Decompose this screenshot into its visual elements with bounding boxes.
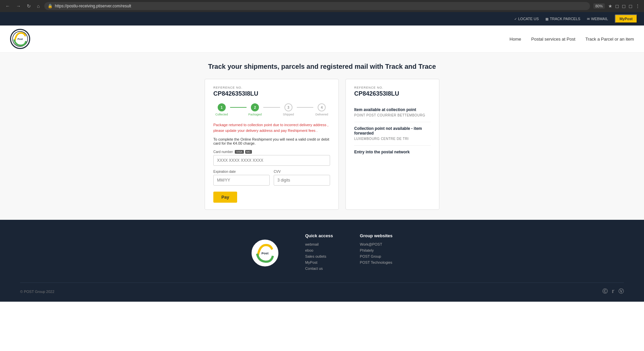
tracking-form-card: REFERENCE NO. CP8426353I8LU 1 Collected … [205,79,339,210]
history-status-1: Collection point not available - item fo… [354,126,431,136]
mypost-button[interactable]: MyPost [615,14,637,23]
logo-area: Post [10,29,30,49]
main-header: Post Home Postal services at Post Track … [0,26,644,53]
locate-us-label: LOCATE US [518,17,539,21]
nav-home[interactable]: Home [509,37,521,42]
top-nav: ✓ LOCATE US ▦ TRACK PARCELS ✉ WEBMAIL My… [0,12,644,26]
history-sub-0: Point POST Courrier BETTEMBOURG [354,113,431,117]
step-circle-4: 4 [318,103,326,111]
history-status-2: Entry into the postal network [354,150,431,154]
footer-link-contact[interactable]: Contact us [305,266,333,270]
footer-link-post-tech[interactable]: POST Technologies [360,260,393,264]
extension-icon-3[interactable]: ◻ [629,3,633,9]
browser-actions: ★ ◻ ◻ ◻ ⋮ [608,3,640,9]
twitter-icon[interactable]: 𝕣 [612,288,614,295]
footer-link-philately[interactable]: Philately [360,248,393,252]
footer-group-websites: Group websites Work@POST Philately POST … [360,233,393,272]
reload-button[interactable]: ↻ [25,2,32,10]
footer-link-webmail[interactable]: webmail [305,242,333,246]
copyright: © POST Group 2022 [20,290,54,294]
footer-bottom: © POST Group 2022 Ⓒ 𝕣 Ⓥ [20,283,624,295]
step-circle-2: 2 [251,103,259,111]
facebook-icon[interactable]: Ⓒ [602,288,608,295]
webmail-label: WEBMAIL [591,17,608,21]
step-label-4: Delivered [315,113,328,116]
left-ref-number: CP8426353I8LU [213,90,330,97]
step-shipped: 3 Shipped [280,103,297,116]
progress-steps: 1 Collected 2 Packaged 3 Shipped 4 Deliv… [213,103,330,116]
step-delivered: 4 Delivered [313,103,330,116]
connector-1 [230,107,247,108]
extension-icon-2[interactable]: ◻ [622,3,626,9]
card-number-input[interactable] [213,155,330,166]
left-ref-label: REFERENCE NO. [213,86,330,89]
home-button[interactable]: ⌂ [36,2,41,10]
zoom-level: 80% [593,3,605,9]
footer-link-mypost[interactable]: MyPost [305,260,333,264]
history-sub-1: LUXEMBOURG CENTRE DE TRI [354,137,431,141]
footer-logo-svg: Post [254,242,276,264]
footer-logo: Post [252,240,278,266]
page-content: Track your shipments, parcels and regist… [0,53,644,220]
page-title: Track your shipments, parcels and regist… [20,63,624,70]
instagram-icon[interactable]: Ⓥ [619,288,624,295]
mail-icon: ✉ [587,17,590,21]
track-parcels-link[interactable]: ▦ TRACK PARCELS [545,17,580,21]
expiry-group: Expiration date [213,170,270,186]
step-label-3: Shipped [283,113,294,116]
nav-track-parcel[interactable]: Track a Parcel or an item [585,37,634,42]
step-label-2: Packaged [248,113,262,116]
card-number-group: Card number VISA MC [213,150,330,166]
webmail-link[interactable]: ✉ WEBMAIL [587,17,608,21]
address-bar[interactable]: 🔒 https://postlu-receiving.ptiserver.com… [44,2,590,10]
card-number-label: Card number VISA MC [213,150,330,154]
footer-quick-access: Quick access webmail eboo Sales outlets … [305,233,333,272]
lock-icon: 🔒 [48,4,53,8]
warning-message: Package returned to collection point due… [213,122,330,133]
footer-content: Post Quick access webmail eboo Sales out… [20,233,624,272]
cvv-label: CVV [274,170,330,173]
locate-icon: ✓ [514,17,517,21]
footer-link-work-post[interactable]: Work@POST [360,242,393,246]
menu-icon[interactable]: ⋮ [635,3,640,9]
svg-text:Post: Post [17,38,23,41]
pay-button[interactable]: Pay [213,192,237,203]
extension-icon-1[interactable]: ◻ [615,3,619,9]
main-nav: Home Postal services at Post Track a Par… [509,37,634,42]
cvv-input[interactable] [274,175,330,186]
step-circle-1: 1 [218,103,226,111]
footer-logo-area: Post [252,233,278,272]
url-text: https://postlu-receiving.ptiserver.com/r… [55,4,131,8]
svg-text:Post: Post [261,251,269,255]
back-button[interactable]: ← [4,2,11,10]
connector-2 [263,107,280,108]
cards-container: REFERENCE NO. CP8426353I8LU 1 Collected … [20,79,624,210]
footer-link-eboo[interactable]: eboo [305,248,333,252]
card-icons: VISA MC [235,150,252,154]
footer: Post Quick access webmail eboo Sales out… [0,220,644,302]
step-circle-3: 3 [284,103,292,111]
post-logo: Post [10,29,30,49]
info-message: To complete the Online Reshipment you wi… [213,137,330,145]
bookmark-icon[interactable]: ★ [608,3,612,9]
visa-icon: VISA [235,150,244,154]
forward-button[interactable]: → [15,2,22,10]
history-status-0: Item available at collection point [354,107,431,112]
footer-link-post-group[interactable]: POST Group [360,254,393,258]
browser-chrome: ← → ↻ ⌂ 🔒 https://postlu-receiving.ptise… [0,0,644,12]
connector-3 [297,107,314,108]
expiry-label: Expiration date [213,170,270,173]
track-icon: ▦ [545,17,548,21]
history-item-2: Entry into the postal network [354,146,431,160]
expiry-cvv-row: Expiration date CVV [213,170,330,190]
post-logo-svg: Post [12,31,28,47]
history-item-0: Item available at collection point Point… [354,103,431,122]
history-item-1: Collection point not available - item fo… [354,122,431,146]
nav-postal-services[interactable]: Postal services at Post [531,37,576,42]
footer-link-sales-outlets[interactable]: Sales outlets [305,254,333,258]
cvv-group: CVV [274,170,330,186]
expiry-input[interactable] [213,175,270,186]
locate-us-link[interactable]: ✓ LOCATE US [514,17,539,21]
footer-group-websites-title: Group websites [360,233,393,238]
footer-quick-access-title: Quick access [305,233,333,238]
